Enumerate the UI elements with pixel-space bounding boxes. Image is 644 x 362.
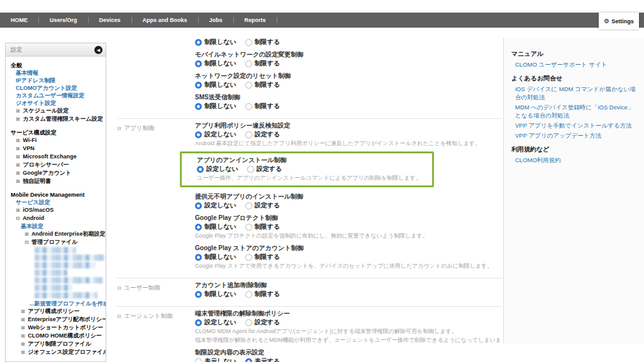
tree-item[interactable]: CLOMOアカウント設定: [6, 84, 106, 92]
radio-icon: [245, 131, 252, 138]
tree-item[interactable]: 独自証明書: [6, 177, 106, 185]
tree-toggle-icon[interactable]: [21, 333, 25, 339]
radio-option-2[interactable]: 設定する: [245, 130, 280, 139]
radio-option-2[interactable]: 設定する: [245, 201, 280, 210]
radio-option-2[interactable]: 制限する: [245, 102, 280, 111]
tree-item[interactable]: Googleアカウント: [6, 169, 106, 177]
radio-option-2[interactable]: 制限する: [245, 59, 280, 68]
radio-option-1[interactable]: 表示しない: [195, 357, 236, 362]
tree-item[interactable]: [35, 270, 67, 276]
tree-toggle-icon[interactable]: [21, 317, 25, 322]
radio-option-2[interactable]: 設定する: [247, 165, 282, 173]
radio-option-1[interactable]: 設定しない: [195, 201, 236, 210]
gear-icon: [604, 18, 609, 25]
help-panel-row[interactable]: CLOMO ユーザーサポート サイト: [515, 60, 638, 69]
tree-toggle-icon[interactable]: [16, 170, 20, 176]
tree-toggle-icon[interactable]: [21, 341, 25, 347]
tree-item[interactable]: Webショートカットポリシー: [6, 324, 106, 332]
tree-toggle-icon[interactable]: [25, 239, 29, 245]
tree-item[interactable]: プロキシサーバー: [6, 161, 106, 169]
tree-item[interactable]: CLOMO HOME構成ポリシー: [6, 332, 106, 340]
sidebar-collapse-button[interactable]: [94, 46, 103, 54]
nav-item[interactable]: Jobs: [199, 17, 233, 23]
tree-item[interactable]: アプリ制限プロファイル: [6, 340, 106, 348]
tree-toggle-icon[interactable]: [16, 146, 20, 151]
radio-option-2[interactable]: 制限する: [245, 290, 280, 299]
tree-item[interactable]: Android Enterprise初期設定...: [6, 230, 106, 238]
nav-item[interactable]: Apps and Books: [132, 17, 198, 23]
radio-option-2[interactable]: 表示する: [245, 357, 280, 362]
radio-option-1[interactable]: 制限しない: [195, 290, 236, 299]
nav-support-link[interactable]: Support: [567, 5, 589, 11]
tree-item[interactable]: 基本設定: [6, 222, 106, 230]
tree-item-label: プロキシサーバー: [23, 162, 69, 168]
radio-option-1[interactable]: 制限しない: [195, 222, 236, 231]
radio-option-1[interactable]: 設定しない: [195, 318, 236, 327]
section-collapse-icon[interactable]: [117, 314, 121, 319]
tree-toggle-icon[interactable]: [16, 216, 20, 221]
tree-toggle-icon[interactable]: [16, 138, 20, 143]
tree-item[interactable]: [35, 277, 103, 283]
tree-toggle-icon[interactable]: [25, 231, 29, 237]
radio-option-2[interactable]: 制限する: [245, 222, 280, 231]
radio-label: 制限する: [255, 290, 280, 299]
nav-item[interactable]: Reports: [234, 17, 277, 23]
tree-toggle-icon[interactable]: [21, 349, 25, 355]
tree-item[interactable]: Enterpriseアプリ配布ポリシー: [6, 315, 106, 324]
setting-item: Google Play プロテクト制御 制限しない 制限する Google Pl…: [195, 214, 502, 240]
tree-toggle-icon[interactable]: [16, 207, 20, 213]
tree-item[interactable]: VPN: [6, 145, 106, 153]
radio-option-2[interactable]: 制限する: [245, 80, 280, 89]
tree-item[interactable]: Android: [6, 214, 106, 222]
nav-item[interactable]: Users/Org: [39, 17, 88, 23]
radio-option-1[interactable]: 設定しない: [195, 130, 236, 139]
radio-label: 制限する: [255, 102, 280, 111]
help-panel-row[interactable]: VPP アプリを手動でインストールする方法: [515, 121, 638, 129]
tree-item[interactable]: 基本情報: [6, 69, 106, 77]
tree-item[interactable]: Microsoft Exchange: [6, 153, 106, 161]
tree-toggle-icon[interactable]: [21, 309, 25, 314]
nav-settings-tab[interactable]: Settings: [599, 13, 639, 30]
tree-item[interactable]: スケジュール設定: [6, 107, 106, 115]
tree-item[interactable]: [35, 262, 95, 268]
radio-option-1[interactable]: 制限しない: [195, 253, 236, 261]
section-collapse-icon[interactable]: [117, 285, 121, 291]
tree-item[interactable]: iOS/macOS: [6, 206, 106, 214]
radio-option-1[interactable]: 制限しない: [195, 38, 236, 47]
tree-toggle-icon[interactable]: [16, 178, 20, 184]
tree-item[interactable]: ジオフェンス設定プロファイル: [6, 348, 106, 356]
radio-option-1[interactable]: 設定しない: [197, 165, 238, 173]
tree-toggle-icon[interactable]: [16, 116, 20, 122]
tree-item[interactable]: カスタム管理権限スキーム設定: [6, 115, 106, 123]
radio-option-1[interactable]: 制限しない: [195, 59, 236, 68]
help-panel-row[interactable]: iOS デバイスに MDM コマンドが届かない場合の対処法: [515, 85, 638, 101]
tree-item[interactable]: [35, 285, 72, 291]
tree-item[interactable]: 管理プロファイル: [6, 238, 106, 246]
tree-item[interactable]: ジオサイト設定: [6, 99, 106, 107]
tree-item[interactable]: IPアドレス制限: [6, 77, 106, 84]
radio-label: 制限しない: [204, 222, 236, 231]
tree-item[interactable]: カスタムユーザー情報設定: [6, 92, 106, 99]
tree-item[interactable]: [35, 255, 105, 261]
radio-option-2[interactable]: 制限する: [245, 253, 280, 261]
tree-item[interactable]: [35, 247, 76, 253]
section-collapse-icon[interactable]: [117, 126, 121, 131]
tree-toggle-icon[interactable]: [16, 108, 20, 114]
radio-option-1[interactable]: 制限しない: [195, 102, 236, 111]
radio-option-2[interactable]: 制限する: [245, 38, 280, 47]
tree-item[interactable]: [35, 292, 97, 299]
tree-item[interactable]: アプリ構成ポリシー: [6, 307, 106, 315]
tree-item[interactable]: ...新規管理プロファイルを作成: [6, 300, 106, 307]
tree-toggle-icon[interactable]: [21, 325, 25, 331]
tree-toggle-icon[interactable]: [16, 162, 20, 168]
nav-item[interactable]: HOME: [0, 17, 38, 23]
help-panel-row[interactable]: MDM へのデバイス登録時に「iOS Device」となる場合の対処法: [515, 103, 638, 119]
help-panel-row[interactable]: CLOMO利用規約: [515, 156, 638, 164]
radio-option-1[interactable]: 制限しない: [195, 80, 236, 89]
nav-item[interactable]: Devices: [89, 17, 131, 23]
help-panel-row[interactable]: VPP アプリのアップデート方法: [515, 131, 638, 140]
tree-item[interactable]: Wi-Fi: [6, 136, 106, 145]
tree-toggle-icon[interactable]: [16, 154, 20, 160]
radio-option-2[interactable]: 設定する: [245, 318, 280, 327]
tree-item[interactable]: サービス設定: [6, 199, 106, 206]
